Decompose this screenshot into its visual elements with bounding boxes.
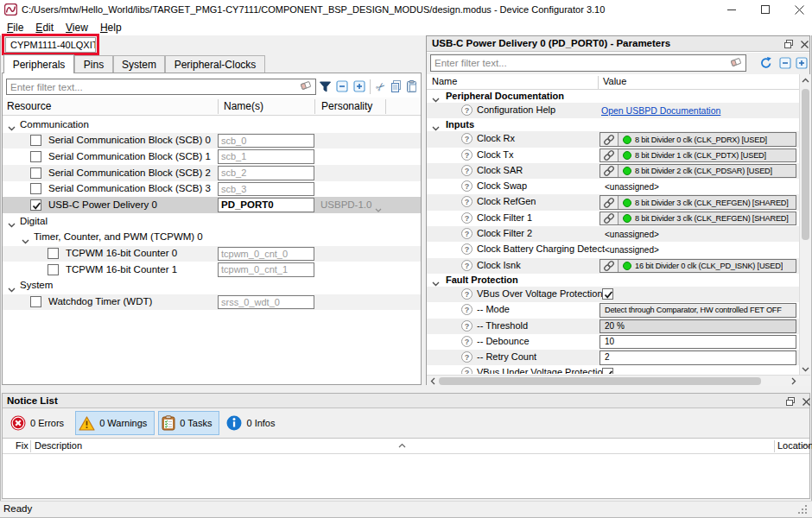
help-icon[interactable]: ?: [461, 288, 473, 300]
notice-filter-warning-button[interactable]: 0 Warnings: [75, 411, 155, 435]
vertical-scrollbar[interactable]: [799, 74, 810, 375]
tree-row[interactable]: TCPWM 16-bit Counter 1tcpwm_0_cnt_1: [3, 262, 421, 278]
parameter-row[interactable]: ?-- Threshold20 %: [427, 319, 799, 334]
parameter-row[interactable]: ?Configuration HelpOpen USBPD Documentat…: [427, 103, 799, 118]
parameter-row[interactable]: ?Clock Filter 18 bit Divider 3 clk (CLK_…: [427, 211, 799, 226]
tree-group-row[interactable]: Digital: [3, 213, 421, 230]
resource-name-input[interactable]: scb_2: [218, 166, 314, 180]
resource-checkbox[interactable]: [30, 183, 41, 194]
tree-row[interactable]: Watchdog Timer (WDT)srss_0_wdt_0: [3, 294, 421, 311]
link-icon[interactable]: [600, 260, 619, 273]
tab-pins[interactable]: Pins: [74, 55, 113, 73]
parameter-row[interactable]: ?VBus Under Voltage Protection: [427, 365, 799, 374]
resize-grip[interactable]: [798, 505, 808, 515]
clock-source-selector[interactable]: 8 bit Divider 0 clk (CLK_PDRX) [USED]: [599, 132, 796, 147]
parameter-combo[interactable]: Detect through Comparator, HW controlled…: [599, 303, 796, 318]
parameter-row[interactable]: ?Clock Swap<unassigned>: [427, 179, 799, 194]
parameter-row[interactable]: ?Clock Filter 2<unassigned>: [427, 226, 799, 242]
parameter-row[interactable]: ?Clock RefGen8 bit Divider 3 clk (CLK_RE…: [427, 194, 799, 210]
collapse-all-icon[interactable]: [335, 79, 349, 93]
parameter-checkbox[interactable]: [602, 288, 613, 300]
personality-dropdown[interactable]: USBPD-1.0: [316, 198, 385, 212]
tree-group-row[interactable]: Communication: [3, 117, 421, 133]
window-maximize-button[interactable]: [751, 0, 780, 19]
filter-icon[interactable]: [318, 79, 332, 93]
resource-name-input[interactable]: scb_0: [218, 134, 314, 148]
resource-checkbox[interactable]: [48, 248, 59, 259]
cut-icon[interactable]: ✂: [373, 79, 387, 93]
scroll-left-icon[interactable]: [427, 376, 438, 387]
menu-help[interactable]: Help: [100, 22, 122, 34]
notice-filter-error-button[interactable]: 0 Errors: [7, 411, 72, 435]
resource-name-input[interactable]: srss_0_wdt_0: [218, 295, 314, 310]
resource-checkbox[interactable]: [30, 167, 41, 179]
tree-group-row[interactable]: System: [3, 278, 421, 294]
resource-name-input[interactable]: tcpwm_0_cnt_1: [218, 262, 314, 277]
resource-checkbox[interactable]: [30, 199, 41, 211]
notice-filter-info-button[interactable]: 0 Infos: [223, 411, 282, 435]
copy-icon[interactable]: [389, 79, 403, 93]
expand-all-icon[interactable]: [795, 56, 809, 70]
help-icon[interactable]: ?: [461, 367, 473, 374]
eraser-icon[interactable]: [300, 80, 312, 93]
expand-all-icon[interactable]: [352, 79, 366, 93]
resource-name-input[interactable]: scb_3: [218, 182, 314, 197]
window-minimize-button[interactable]: [717, 0, 746, 19]
help-icon[interactable]: ?: [461, 228, 473, 239]
parameter-row[interactable]: ?VBus Over Voltage Protection: [427, 287, 799, 302]
notice-filter-tasks-button[interactable]: 0 Tasks: [158, 411, 219, 435]
link-icon[interactable]: [600, 212, 619, 225]
refresh-icon[interactable]: [759, 56, 773, 70]
help-icon[interactable]: ?: [461, 351, 473, 363]
link-icon[interactable]: [600, 165, 619, 178]
resource-checkbox[interactable]: [30, 151, 41, 162]
parameter-group-row[interactable]: Fault Protection: [427, 274, 799, 287]
resource-checkbox[interactable]: [30, 296, 41, 307]
menu-view[interactable]: View: [66, 22, 88, 34]
resource-name-input[interactable]: tcpwm_0_cnt_0: [218, 247, 314, 262]
help-icon[interactable]: ?: [461, 336, 473, 347]
help-icon[interactable]: ?: [461, 304, 473, 315]
menu-file[interactable]: File: [7, 22, 23, 34]
parameter-checkbox[interactable]: [602, 368, 613, 374]
peripherals-filter-input[interactable]: Enter filter text...: [6, 79, 316, 95]
parameter-group-row[interactable]: Peripheral Documentation: [427, 90, 799, 103]
horizontal-scrollbar-thumb[interactable]: [439, 377, 761, 385]
clock-source-selector[interactable]: 8 bit Divider 3 clk (CLK_REFGEN) [SHARED…: [599, 195, 796, 210]
tab-peripherals[interactable]: Peripherals: [3, 54, 74, 73]
parameter-edit-field[interactable]: 10: [599, 335, 796, 350]
close-panel-icon[interactable]: [800, 395, 812, 407]
collapse-all-icon[interactable]: [778, 56, 792, 70]
scroll-right-icon[interactable]: [788, 376, 799, 387]
parameter-row[interactable]: ?Clock Battery Charging Detect<unassigne…: [427, 242, 799, 257]
help-icon[interactable]: ?: [461, 180, 473, 192]
parameter-row[interactable]: ?-- Debounce10: [427, 334, 799, 350]
scroll-up-icon[interactable]: [800, 74, 811, 85]
help-icon[interactable]: ?: [461, 165, 473, 176]
parameter-row[interactable]: ?-- ModeDetect through Comparator, HW co…: [427, 302, 799, 318]
help-icon[interactable]: ?: [461, 243, 473, 255]
tab-system[interactable]: System: [113, 55, 165, 73]
scroll-up-icon[interactable]: [802, 439, 809, 450]
tree-row[interactable]: Serial Communication Block (SCB) 3scb_3: [3, 181, 421, 198]
parameter-row[interactable]: ?-- Retry Count2: [427, 350, 799, 365]
parameters-filter-input[interactable]: Enter filter text...: [430, 54, 746, 72]
tree-row[interactable]: USB-C Power Delivery 0PD_PORT0USBPD-1.0: [3, 197, 421, 213]
menu-edit[interactable]: Edit: [35, 22, 54, 34]
window-close-button[interactable]: [784, 0, 812, 19]
help-icon[interactable]: ?: [461, 260, 473, 271]
tree-group-row[interactable]: Timer, Counter, and PWM (TCPWM) 0: [3, 230, 421, 246]
clock-source-selector[interactable]: 8 bit Divider 3 clk (CLK_REFGEN) [SHARED…: [599, 212, 796, 226]
documentation-link[interactable]: Open USBPD Documentation: [601, 105, 720, 116]
resource-name-input[interactable]: PD_PORT0: [218, 198, 314, 212]
resource-name-input[interactable]: scb_1: [218, 149, 314, 164]
help-icon[interactable]: ?: [461, 149, 473, 161]
link-icon[interactable]: [600, 196, 619, 209]
help-icon[interactable]: ?: [461, 212, 473, 224]
help-icon[interactable]: ?: [461, 196, 473, 207]
float-panel-icon[interactable]: [784, 395, 796, 407]
scroll-down-icon[interactable]: [800, 363, 811, 375]
help-icon[interactable]: ?: [461, 104, 473, 116]
paste-icon[interactable]: [404, 79, 418, 93]
float-panel-icon[interactable]: [783, 38, 795, 50]
